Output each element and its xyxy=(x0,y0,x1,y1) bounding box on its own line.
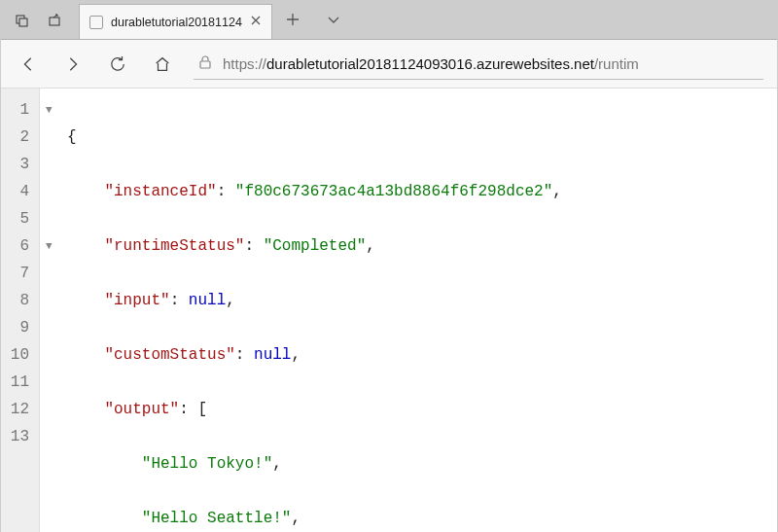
code-line: "input": null, xyxy=(67,287,562,314)
line-number: 8 xyxy=(7,287,29,314)
code-content[interactable]: { "instanceId": "f80c673673ac4a13bd8864f… xyxy=(63,89,562,532)
json-null: null xyxy=(254,346,291,364)
line-number: 1 xyxy=(7,96,29,124)
line-number: 5 xyxy=(7,205,29,232)
json-viewer: 1 2 3 4 5 6 7 8 9 10 11 12 13 ▼ ▼ { "ins… xyxy=(1,89,777,532)
code-line: "Hello Seattle!", xyxy=(67,505,562,532)
window-buttons xyxy=(1,1,75,39)
line-number: 4 xyxy=(7,178,29,205)
home-button[interactable] xyxy=(149,51,176,78)
json-key: "customStatus" xyxy=(104,346,234,364)
code-line: "instanceId": "f80c673673ac4a13bd8864f6f… xyxy=(67,178,562,205)
line-number: 2 xyxy=(7,124,29,151)
svg-rect-2 xyxy=(50,18,59,25)
code-line: "output": [ xyxy=(67,396,562,423)
fold-column: ▼ ▼ xyxy=(40,89,63,532)
code-line: "runtimeStatus": "Completed", xyxy=(67,232,562,260)
refresh-button[interactable] xyxy=(104,51,131,78)
json-key: "output" xyxy=(104,401,179,418)
fold-toggle-icon[interactable]: ▼ xyxy=(46,232,53,260)
brace-open: { xyxy=(67,128,77,146)
navigation-bar: https://durabletutorial20181124093016.az… xyxy=(1,40,777,89)
code-line: "Hello Tokyo!", xyxy=(67,450,562,478)
tab-title: durabletutorial20181124 xyxy=(111,16,242,29)
line-number: 12 xyxy=(7,396,29,423)
url-text: https://durabletutorial20181124093016.az… xyxy=(223,55,639,72)
json-key: "input" xyxy=(104,292,169,309)
line-number: 7 xyxy=(7,260,29,287)
restore-window-icon[interactable] xyxy=(38,1,71,40)
page-icon xyxy=(89,16,103,29)
json-key: "runtimeStatus" xyxy=(104,237,244,255)
back-button[interactable] xyxy=(15,51,42,78)
address-bar[interactable]: https://durabletutorial20181124093016.az… xyxy=(194,49,763,80)
url-scheme: https:// xyxy=(223,55,266,72)
json-string: "f80c673673ac4a13bd8864f6f298dce2" xyxy=(235,183,552,200)
url-host: durabletutorial20181124093016.azurewebsi… xyxy=(266,55,594,72)
title-bar: durabletutorial20181124 xyxy=(1,1,777,40)
lock-icon xyxy=(197,54,213,73)
json-key: "instanceId" xyxy=(104,183,216,200)
json-string: "Completed" xyxy=(264,237,367,255)
line-number-gutter: 1 2 3 4 5 6 7 8 9 10 11 12 13 xyxy=(1,89,40,532)
line-number: 13 xyxy=(7,423,29,450)
tab-strip: durabletutorial20181124 xyxy=(75,1,777,39)
json-string: "Hello Seattle!" xyxy=(142,510,292,527)
minimize-restore-icon[interactable] xyxy=(5,1,38,40)
new-tab-button[interactable] xyxy=(272,0,313,39)
code-line: { xyxy=(67,124,562,151)
forward-button[interactable] xyxy=(59,51,87,78)
svg-rect-3 xyxy=(200,61,210,68)
browser-tab-active[interactable]: durabletutorial20181124 xyxy=(79,4,272,39)
url-path: /runtim xyxy=(594,55,639,72)
close-tab-icon[interactable] xyxy=(250,15,262,29)
fold-toggle-icon[interactable]: ▼ xyxy=(46,96,53,124)
json-null: null xyxy=(189,292,226,309)
tab-overflow-button[interactable] xyxy=(313,0,354,39)
json-string: "Hello Tokyo!" xyxy=(142,455,272,473)
line-number: 11 xyxy=(7,369,29,396)
line-number: 9 xyxy=(7,314,29,341)
line-number: 10 xyxy=(7,341,29,369)
line-number: 3 xyxy=(7,151,29,178)
code-line: "customStatus": null, xyxy=(67,341,562,369)
line-number: 6 xyxy=(7,232,29,260)
svg-rect-1 xyxy=(19,18,27,26)
